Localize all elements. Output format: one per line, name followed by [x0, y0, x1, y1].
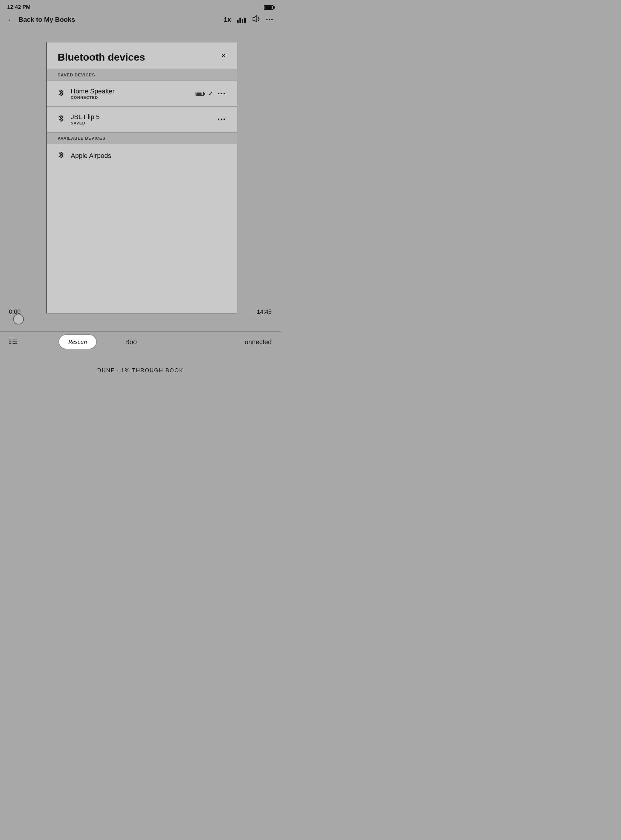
modal-header: Bluetooth devices ×: [47, 42, 237, 69]
svg-marker-0: [253, 15, 257, 22]
battery-icon: [264, 5, 274, 10]
bar4: [244, 18, 246, 23]
bar2: [239, 18, 241, 23]
home-speaker-more-button[interactable]: •••: [217, 90, 226, 98]
device-item-jbl-flip5[interactable]: JBL Flip 5 SAVED •••: [47, 107, 237, 132]
back-label: Back to My Books: [18, 16, 75, 24]
bar3: [242, 19, 243, 23]
bluetooth-icon-jbl: [58, 114, 66, 124]
home-speaker-info: Home Speaker CONNECTED: [71, 88, 191, 100]
nav-actions: 1x •••: [224, 15, 274, 24]
modal-close-button[interactable]: ×: [221, 51, 226, 60]
volume-icon[interactable]: [252, 15, 260, 24]
airpods-name: Apple Airpods: [71, 152, 226, 160]
book-info-bar: DUNE · 1% THROUGH BOOK: [0, 368, 281, 374]
book-short-label: Boo: [125, 338, 137, 346]
available-devices-header: AVAILABLE DEVICES: [47, 132, 237, 144]
chapters-list-icon[interactable]: [9, 338, 17, 346]
more-options-icon[interactable]: •••: [266, 17, 274, 23]
playback-speed[interactable]: 1x: [224, 16, 231, 24]
jbl-actions: •••: [217, 115, 226, 123]
back-button[interactable]: ← Back to My Books: [7, 15, 224, 24]
chapters-icon[interactable]: [237, 17, 246, 23]
progress-thumb[interactable]: [13, 314, 24, 324]
modal-title: Bluetooth devices: [58, 51, 145, 63]
jbl-info: JBL Flip 5 SAVED: [71, 113, 212, 126]
device-item-airpods[interactable]: Apple Airpods: [47, 144, 237, 168]
status-time: 12:42 PM: [7, 4, 30, 11]
progress-track[interactable]: [9, 319, 272, 319]
total-time: 14:45: [257, 308, 272, 315]
back-arrow-icon: ←: [7, 15, 15, 24]
home-speaker-actions: ✓ •••: [195, 90, 226, 98]
bar1: [237, 20, 239, 23]
airpods-info: Apple Airpods: [71, 152, 226, 160]
saved-devices-header: SAVED DEVICES: [47, 69, 237, 81]
home-speaker-status: CONNECTED: [71, 95, 191, 100]
jbl-more-button[interactable]: •••: [217, 115, 226, 123]
available-devices-label: AVAILABLE DEVICES: [58, 136, 105, 141]
bluetooth-modal: Bluetooth devices × SAVED DEVICES Home S…: [46, 42, 237, 313]
connected-label: onnected: [244, 338, 272, 346]
bluetooth-icon-airpods: [58, 151, 66, 161]
book-info-text: DUNE · 1% THROUGH BOOK: [97, 368, 183, 374]
rescan-button[interactable]: Rescan: [59, 334, 97, 349]
bluetooth-icon-home-speaker: [58, 89, 66, 99]
bottom-bar: Boo onnected: [0, 331, 281, 352]
jbl-status: SAVED: [71, 121, 212, 126]
home-speaker-battery-icon: [195, 92, 204, 96]
jbl-name: JBL Flip 5: [71, 113, 212, 121]
progress-area: 0:00 14:45: [0, 308, 281, 319]
nav-bar: ← Back to My Books 1x •••: [0, 13, 281, 29]
home-speaker-check-icon: ✓: [208, 90, 213, 97]
device-item-home-speaker[interactable]: Home Speaker CONNECTED ✓ •••: [47, 81, 237, 107]
saved-devices-label: SAVED DEVICES: [58, 73, 95, 77]
progress-times: 0:00 14:45: [9, 308, 272, 315]
home-speaker-name: Home Speaker: [71, 88, 191, 95]
status-bar: 12:42 PM: [0, 0, 281, 13]
